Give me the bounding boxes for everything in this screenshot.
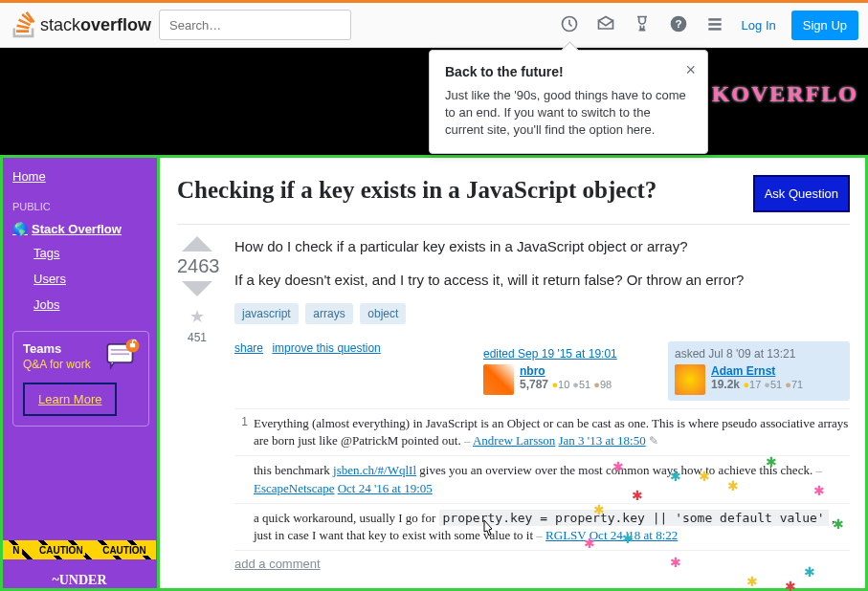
svg-text:?: ? [675, 17, 681, 30]
question-paragraph: If a key doesn't exist, and I try to acc… [234, 270, 850, 290]
share-link[interactable]: share [234, 341, 263, 355]
comment-date[interactable]: Jan 3 '13 at 18:50 [559, 433, 646, 448]
vote-column: 2463 ★ 451 [177, 236, 217, 571]
add-comment-link[interactable]: add a comment [234, 557, 321, 571]
post-menu: share improve this question [234, 341, 387, 355]
reputation: 5,787 [520, 378, 548, 391]
svg-rect-8 [111, 353, 129, 355]
svg-rect-10 [130, 343, 135, 347]
owner-card: asked Jul 8 '09 at 13:21 Adam Ernst 19.2… [668, 341, 850, 401]
comment-code: property.key = property.key || 'some def… [439, 510, 829, 526]
ask-question-button[interactable]: Ask Question [753, 175, 850, 212]
user-link[interactable]: nbro [520, 364, 545, 378]
upvote-button[interactable] [182, 236, 212, 252]
asked-timestamp: asked Jul 8 '09 at 13:21 [675, 347, 843, 361]
pencil-icon: ✎ [649, 434, 658, 448]
popover-body: Just like the '90s, good things have to … [445, 87, 692, 140]
under-construction: ~UNDER [3, 573, 156, 588]
inbox-icon[interactable] [596, 14, 615, 36]
sidebar-item-home[interactable]: Home [12, 169, 157, 184]
topbar-icons: ? [560, 14, 724, 36]
comment-author[interactable]: EscapeNetscape [254, 481, 334, 495]
favorite-count: 451 [177, 331, 217, 344]
comment-score [234, 510, 254, 544]
learn-more-button[interactable]: Learn More [23, 383, 117, 416]
topbar: stackoverflow ? Log In Sign Up [0, 3, 868, 48]
sidebar-item-stackoverflow[interactable]: 🌎 Stack Overflow [12, 222, 157, 236]
question-title: Checking if a key exists in a JavaScript… [177, 175, 657, 207]
editor-card: edited Sep 19 '15 at 19:01 nbro 5,787 ●1… [477, 341, 658, 401]
edited-timestamp[interactable]: edited Sep 19 '15 at 19:01 [483, 347, 652, 361]
comment-author[interactable]: RGLSV [545, 528, 586, 542]
badges: ●10 ●51 ●98 [551, 379, 612, 390]
comment-date[interactable]: Oct 24 '18 at 8:22 [590, 528, 679, 542]
reputation: 19.2k [711, 378, 740, 391]
svg-rect-5 [708, 28, 721, 30]
recent-icon[interactable] [560, 14, 579, 36]
teams-promo: Teams Q&A for work Learn More [12, 331, 149, 427]
achievements-icon[interactable] [633, 14, 652, 36]
comment-score: 1 [234, 415, 254, 449]
stackoverflow-logo[interactable]: stackoverflow [10, 11, 151, 38]
comment: this benchmark jsben.ch/#/WqlIl gives yo… [234, 456, 850, 503]
menu-icon[interactable] [705, 14, 724, 36]
comment-link[interactable]: jsben.ch/#/WqlIl [333, 463, 416, 477]
login-link[interactable]: Log In [742, 18, 776, 33]
tag-list: javascript arrays object [234, 303, 850, 324]
avatar[interactable] [675, 364, 705, 395]
sidebar-item-tags[interactable]: Tags [33, 246, 157, 260]
comment-author[interactable]: Andrew Larsson [473, 433, 555, 448]
chat-icon [102, 336, 143, 376]
search-box [159, 10, 351, 40]
sidebar-item-jobs[interactable]: Jobs [33, 297, 157, 312]
downvote-button[interactable] [182, 281, 212, 296]
popover-title: Back to the future! [445, 64, 692, 79]
svg-rect-4 [708, 23, 721, 26]
comment: 1 Everything (almost everything) in Java… [234, 409, 850, 456]
help-icon[interactable]: ? [669, 14, 688, 36]
question-paragraph: How do I check if a particular key exist… [234, 236, 850, 256]
comments-list: 1 Everything (almost everything) in Java… [234, 408, 850, 551]
globe-icon: 🌎 [12, 222, 28, 236]
back-to-future-popover: × Back to the future! Just like the '90s… [429, 50, 708, 154]
sidebar-item-users[interactable]: Users [33, 272, 157, 286]
svg-rect-3 [708, 18, 721, 21]
comment-date[interactable]: Oct 24 '16 at 19:05 [338, 481, 433, 495]
search-input[interactable] [159, 10, 351, 40]
tag[interactable]: object [360, 303, 406, 324]
main-content: Checking if a key exists in a JavaScript… [160, 158, 865, 588]
tag[interactable]: javascript [234, 303, 299, 324]
comment-score [234, 462, 254, 496]
tag[interactable]: arrays [305, 303, 352, 324]
comment: a quick workaround, usually I go for pro… [234, 504, 850, 551]
user-link[interactable]: Adam Ernst [711, 364, 775, 378]
svg-rect-7 [111, 349, 129, 351]
caution-tape: NCAUTIONCAUTION [3, 540, 156, 559]
avatar[interactable] [483, 364, 514, 395]
badges: ●17 ●51 ●71 [743, 379, 803, 390]
improve-link[interactable]: improve this question [272, 341, 380, 355]
signup-button[interactable]: Sign Up [791, 11, 858, 40]
favorite-button[interactable]: ★ [177, 306, 217, 327]
close-icon[interactable]: × [685, 60, 696, 80]
vote-score: 2463 [177, 255, 217, 277]
left-sidebar: Home PUBLIC 🌎 Stack Overflow Tags Users … [3, 158, 160, 588]
sidebar-section-public: PUBLIC [12, 201, 157, 212]
